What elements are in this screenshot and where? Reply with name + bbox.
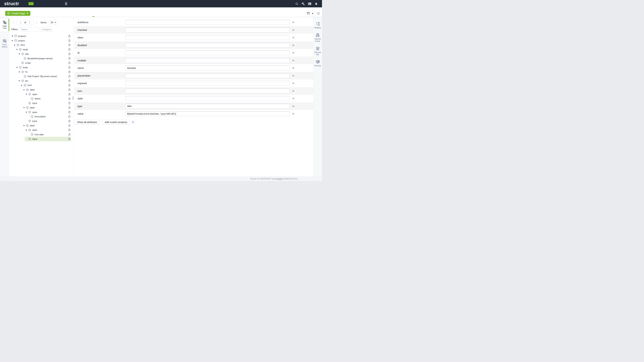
expand-caret-icon[interactable] <box>28 97 30 100</box>
attribute-value-input[interactable] <box>125 43 290 48</box>
expand-caret-icon[interactable] <box>28 133 30 136</box>
lock-icon[interactable] <box>68 88 70 91</box>
info-icon[interactable] <box>317 12 320 15</box>
terminal-icon[interactable] <box>308 2 312 5</box>
nav-item[interactable] <box>46 2 51 5</box>
expand-caret-icon[interactable] <box>28 115 30 118</box>
lock-icon[interactable] <box>68 48 70 51</box>
lock-icon[interactable] <box>68 97 70 100</box>
lock-icon[interactable] <box>68 93 70 96</box>
expand-caret-icon[interactable] <box>16 66 19 68</box>
expand-caret-icon[interactable] <box>23 124 26 127</box>
previous-page-icon[interactable] <box>12 21 15 24</box>
expand-caret-icon[interactable] <box>21 57 24 60</box>
tree-node[interactable]: input <box>9 137 73 141</box>
expand-caret-icon[interactable] <box>21 75 24 78</box>
attribute-value-input[interactable] <box>125 27 290 32</box>
lock-icon[interactable] <box>68 34 70 37</box>
panel-resize-handle[interactable] <box>72 96 74 100</box>
expand-caret-icon[interactable] <box>23 106 26 109</box>
expand-caret-icon[interactable] <box>18 62 21 64</box>
expand-caret-icon[interactable] <box>18 71 21 73</box>
expand-caret-icon[interactable] <box>18 53 21 55</box>
expand-caret-icon[interactable] <box>26 129 28 131</box>
sidebar-tab-preview[interactable]: Preview <box>314 60 321 67</box>
show-all-attributes-button[interactable]: Show all attributes <box>74 120 100 124</box>
remove-attribute-icon[interactable]: × <box>292 51 295 54</box>
expand-caret-icon[interactable] <box>26 120 28 122</box>
lock-icon[interactable] <box>68 61 70 64</box>
attribute-value-input[interactable] <box>125 58 290 63</box>
remove-attribute-icon[interactable]: × <box>292 105 295 108</box>
expand-caret-icon[interactable] <box>26 102 28 104</box>
tree-node[interactable]: input <box>9 101 73 105</box>
tree-node[interactable]: project <box>9 38 73 43</box>
expand-caret-icon[interactable] <box>12 39 14 42</box>
attribute-value-input[interactable] <box>125 73 290 78</box>
expand-caret-icon[interactable] <box>26 111 28 113</box>
wrench-icon[interactable] <box>302 2 305 5</box>
filter-name-input[interactable] <box>20 27 39 32</box>
remove-attribute-icon[interactable]: × <box>292 74 295 77</box>
expand-caret-icon[interactable] <box>12 35 14 37</box>
remove-attribute-icon[interactable]: × <box>292 82 295 85</box>
sidebar-tab-translations[interactable]: Trans- lations <box>0 37 9 50</box>
expand-caret-icon[interactable] <box>14 44 16 46</box>
lock-icon[interactable] <box>68 52 70 55</box>
tree-node[interactable]: body <box>9 65 73 70</box>
create-page-button[interactable]: Create Page <box>5 11 30 16</box>
lock-icon[interactable] <box>68 66 70 69</box>
expand-caret-icon[interactable] <box>26 93 28 95</box>
lock-icon[interactable] <box>68 124 70 127</box>
remove-attribute-icon[interactable]: × <box>292 66 295 69</box>
tree-node[interactable]: Description <box>9 114 73 119</box>
attribute-value-input[interactable] <box>125 96 290 101</box>
attribute-value-input[interactable] <box>125 88 290 93</box>
lock-icon[interactable] <box>68 39 70 42</box>
page-number-box[interactable]: 1 of 1 <box>16 20 34 25</box>
remove-attribute-icon[interactable]: × <box>292 59 295 62</box>
lock-icon[interactable] <box>68 102 70 105</box>
sidebar-tab-shared-components[interactable]: Shared Comp. <box>315 33 321 42</box>
tree-node[interactable]: span <box>9 128 73 132</box>
tree-node[interactable]: Due date <box>9 132 73 137</box>
lock-icon[interactable] <box>68 119 70 122</box>
add-custom-property-button[interactable]: Add custom property <box>102 120 130 124</box>
lock-icon[interactable] <box>68 115 70 118</box>
expand-caret-icon[interactable] <box>26 138 28 140</box>
next-page-icon[interactable] <box>35 21 38 24</box>
expand-caret-icon[interactable] <box>23 89 26 91</box>
nav-item[interactable] <box>28 2 34 5</box>
expand-caret-icon[interactable] <box>16 48 19 51</box>
lock-icon[interactable] <box>68 133 70 136</box>
tree-node[interactable]: script <box>9 61 73 65</box>
nav-item[interactable] <box>40 2 45 5</box>
page-size-select[interactable]: 25 <box>49 20 58 25</box>
expand-caret-icon[interactable] <box>18 80 21 82</box>
tree-node[interactable]: ${capitalize(page.name)} <box>9 56 73 61</box>
tree-node[interactable]: head <box>9 47 73 52</box>
attribute-value-input[interactable] <box>125 50 290 55</box>
lock-icon[interactable] <box>68 79 70 82</box>
notifications-bell-icon[interactable] <box>314 2 318 5</box>
nav-item[interactable] <box>51 2 56 5</box>
lock-icon[interactable] <box>68 137 70 140</box>
filter-category-input[interactable] <box>40 27 53 32</box>
remove-attribute-icon[interactable]: × <box>292 89 295 92</box>
tree-node[interactable]: h1 <box>9 70 73 74</box>
search-icon[interactable] <box>295 2 298 5</box>
lock-icon[interactable] <box>68 57 70 60</box>
tree-node[interactable]: label <box>9 123 73 128</box>
remove-attribute-icon[interactable]: × <box>292 43 295 47</box>
lock-icon[interactable] <box>68 84 70 87</box>
layout-settings-button[interactable] <box>305 11 315 16</box>
nav-item[interactable] <box>34 2 39 5</box>
tree-node[interactable]: label <box>9 105 73 110</box>
tree-node[interactable]: title <box>9 52 73 56</box>
tree-node[interactable]: div <box>9 79 73 83</box>
info-icon[interactable] <box>132 121 134 123</box>
attribute-value-input[interactable] <box>125 35 290 40</box>
lock-icon[interactable] <box>68 75 70 78</box>
tree-node[interactable]: span <box>9 92 73 96</box>
attribute-value-input[interactable] <box>125 20 290 25</box>
